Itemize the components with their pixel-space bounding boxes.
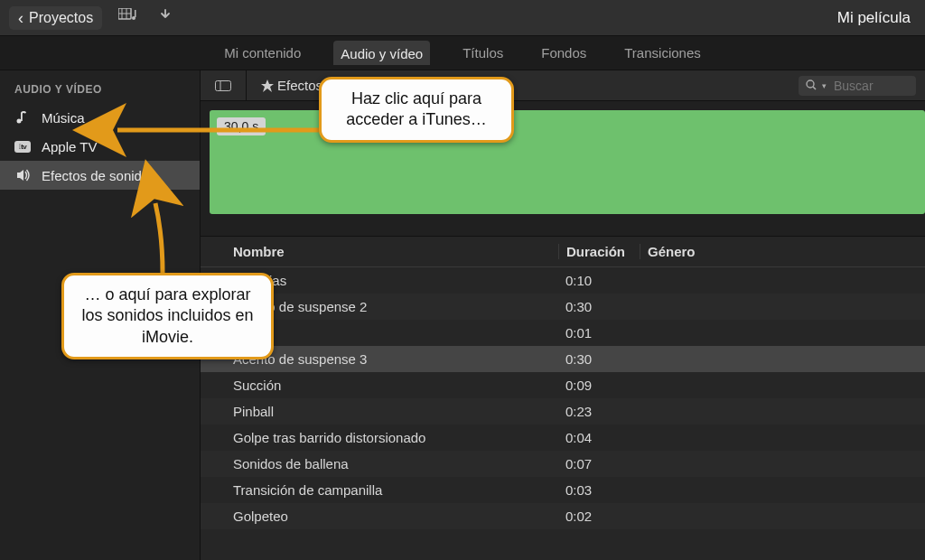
cell-name: Burbujas bbox=[210, 273, 558, 288]
panel-toolbar: Efectos de sonido ▾ bbox=[201, 70, 925, 101]
search-field[interactable]: ▾ bbox=[799, 76, 916, 96]
waveform-preview[interactable]: 30,0 s bbox=[201, 101, 925, 237]
cell-name: Sonidos de ballena bbox=[210, 456, 558, 471]
sidebar-toggle-icon[interactable] bbox=[210, 80, 237, 91]
sidebar-item-label: Apple TV bbox=[42, 139, 97, 154]
top-bar: ‹ Proyectos Mi película bbox=[0, 0, 925, 36]
cell-duration: 0:04 bbox=[558, 430, 640, 445]
tab-mi-contenido[interactable]: Mi contenido bbox=[219, 42, 306, 64]
chevron-down-icon: ▾ bbox=[822, 81, 827, 90]
col-genre[interactable]: Género bbox=[640, 244, 916, 259]
table-row[interactable]: Pinball0:23 bbox=[201, 398, 925, 425]
sidebar-item-label: Música bbox=[42, 110, 85, 126]
svg-rect-7 bbox=[21, 113, 23, 121]
table-row[interactable]: 0:01 bbox=[201, 320, 925, 346]
cell-duration: 0:09 bbox=[558, 378, 640, 393]
speaker-icon bbox=[14, 167, 31, 183]
table-row[interactable]: Succión0:09 bbox=[201, 372, 925, 398]
svg-line-12 bbox=[813, 87, 816, 89]
table-row[interactable]: Acento de suspense 20:30 bbox=[201, 294, 925, 320]
col-duration[interactable]: Duración bbox=[558, 244, 640, 259]
sidebar-item-label: Efectos de sonido bbox=[42, 168, 149, 183]
appletv-icon: tv bbox=[14, 138, 31, 154]
col-name[interactable]: Nombre bbox=[210, 244, 558, 259]
chevron-left-icon: ‹ bbox=[18, 10, 23, 26]
table-header: Nombre Duración Género bbox=[201, 237, 925, 267]
panel-title: Efectos de sonido bbox=[277, 78, 385, 93]
project-title: Mi película bbox=[837, 9, 916, 27]
table-row[interactable]: Golpeteo0:02 bbox=[201, 503, 925, 529]
sidebar-item-apple-tv[interactable]: tvApple TV bbox=[0, 132, 200, 161]
tab-títulos[interactable]: Títulos bbox=[457, 42, 509, 64]
table-row[interactable]: Transición de campanilla0:03 bbox=[201, 477, 925, 503]
back-button[interactable]: ‹ Proyectos bbox=[9, 6, 102, 30]
svg-point-11 bbox=[807, 80, 814, 88]
sidebar-item-efectos-de-sonido[interactable]: Efectos de sonido bbox=[0, 161, 200, 190]
tab-audio-y-vídeo[interactable]: Audio y vídeo bbox=[333, 41, 430, 65]
browser-panel: Efectos de sonido ▾ 30,0 s Nombre bbox=[201, 70, 925, 560]
cell-duration: 0:23 bbox=[558, 404, 640, 419]
svg-point-6 bbox=[17, 119, 22, 124]
svg-rect-5 bbox=[135, 10, 136, 17]
title-burst-icon[interactable]: Efectos de sonido bbox=[256, 78, 390, 93]
media-library-icon[interactable] bbox=[113, 8, 142, 27]
cell-name: Acento de suspense 3 bbox=[210, 351, 558, 367]
search-input[interactable] bbox=[832, 78, 904, 94]
cell-duration: 0:07 bbox=[558, 456, 640, 471]
svg-marker-10 bbox=[261, 79, 274, 92]
table-row[interactable]: Acento de suspense 30:30 bbox=[201, 346, 925, 372]
cell-duration: 0:30 bbox=[558, 299, 640, 314]
cell-name: Transición de campanilla bbox=[210, 482, 558, 498]
table-row[interactable]: Golpe tras barrido distorsionado0:04 bbox=[201, 425, 925, 451]
search-icon bbox=[806, 79, 817, 93]
sound-table: Nombre Duración Género Burbujas0:10Acent… bbox=[201, 237, 925, 560]
cell-name: Succión bbox=[210, 378, 558, 393]
sidebar-item-música[interactable]: Música bbox=[0, 103, 200, 132]
import-icon[interactable] bbox=[153, 8, 178, 27]
sidebar-section-label: AUDIO Y VÍDEO bbox=[0, 79, 200, 103]
browser-tabs: Mi contenidoAudio y vídeoTítulosFondosTr… bbox=[0, 36, 925, 70]
cell-duration: 0:30 bbox=[558, 351, 640, 367]
table-row[interactable]: Burbujas0:10 bbox=[201, 267, 925, 294]
cell-duration: 0:02 bbox=[558, 509, 640, 524]
tab-transiciones[interactable]: Transiciones bbox=[619, 42, 705, 64]
back-label: Proyectos bbox=[29, 10, 93, 26]
music-icon bbox=[14, 109, 31, 126]
table-row[interactable]: Sonidos de ballena0:07 bbox=[201, 451, 925, 477]
tab-fondos[interactable]: Fondos bbox=[536, 42, 592, 64]
sidebar: AUDIO Y VÍDEO MúsicatvApple TVEfectos d… bbox=[0, 70, 201, 560]
cell-name: Golpeteo bbox=[210, 509, 558, 524]
cell-name: Golpe tras barrido distorsionado bbox=[210, 430, 558, 445]
cell-name: Acento de suspense 2 bbox=[210, 299, 558, 314]
cell-duration: 0:01 bbox=[558, 325, 640, 341]
cell-duration: 0:03 bbox=[558, 482, 640, 498]
cell-duration: 0:10 bbox=[558, 273, 640, 288]
clip-duration-tag: 30,0 s bbox=[217, 117, 266, 135]
svg-rect-8 bbox=[216, 80, 231, 90]
cell-name: Pinball bbox=[210, 404, 558, 419]
